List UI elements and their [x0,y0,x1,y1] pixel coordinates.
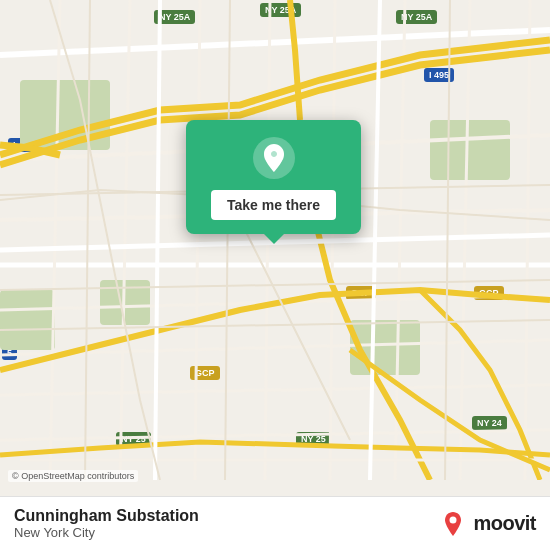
svg-line-20 [525,0,530,480]
location-info: Cunningham Substation New York City [14,507,199,540]
svg-line-11 [0,385,550,395]
map-container: NY 25A NY 25A NY 25A I 495 I 495 295 GCP… [0,0,550,550]
location-title: Cunningham Substation [14,507,199,525]
take-me-there-button[interactable]: Take me there [211,190,336,220]
svg-line-26 [0,320,550,330]
bottom-bar: Cunningham Substation New York City moov… [0,496,550,550]
svg-line-19 [460,0,470,480]
location-subtitle: New York City [14,525,199,540]
moovit-logo: moovit [439,510,536,538]
svg-line-28 [225,0,230,480]
svg-point-32 [450,516,457,523]
svg-line-13 [50,0,60,480]
svg-rect-4 [0,290,55,350]
map-copyright: © OpenStreetMap contributors [8,470,138,482]
location-pin-icon [252,136,296,180]
svg-line-15 [195,0,200,480]
popup-card: Take me there [186,120,361,234]
svg-rect-3 [430,120,510,180]
svg-line-27 [85,0,90,480]
moovit-pin-icon [439,510,467,538]
svg-rect-0 [20,80,110,150]
bottom-bar-content: Cunningham Substation New York City moov… [14,507,536,540]
svg-line-14 [120,0,130,480]
moovit-brand-text: moovit [473,512,536,535]
svg-line-22 [155,0,160,480]
